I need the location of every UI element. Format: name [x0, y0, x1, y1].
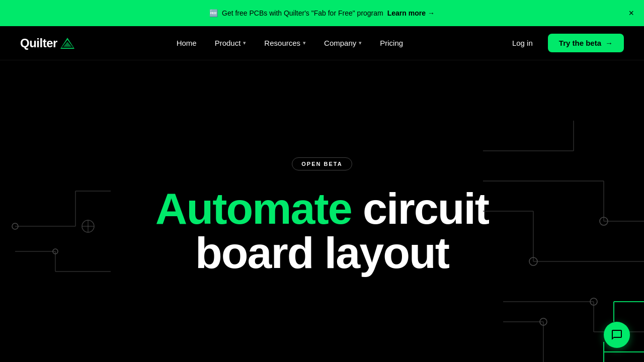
hero-heading: Automate circuit board layout [96, 187, 548, 275]
nav-resources[interactable]: Resources ▾ [257, 35, 313, 51]
chat-icon [611, 329, 623, 341]
try-beta-button[interactable]: Try the beta → [548, 34, 624, 52]
logo-icon [60, 38, 74, 49]
circuit-left-decoration [0, 151, 111, 302]
logo[interactable]: Quilter [20, 36, 74, 50]
hero-section: OPEN BETA Automate circuit board layout [0, 60, 644, 362]
nav-links: Home Product ▾ Resources ▾ Company ▾ Pri… [170, 35, 410, 51]
nav-product[interactable]: Product ▾ [208, 35, 254, 51]
nav-company[interactable]: Company ▾ [317, 35, 369, 51]
resources-chevron-icon: ▾ [303, 40, 306, 46]
banner-close-button[interactable]: × [628, 9, 634, 18]
nav-home[interactable]: Home [170, 35, 204, 51]
circuit-bottom-right-decoration [503, 261, 644, 362]
nav-pricing[interactable]: Pricing [373, 35, 410, 51]
banner-icon: 🆓 [209, 9, 218, 17]
nav-actions: Log in Try the beta → [505, 34, 624, 52]
banner-text: Get free PCBs with Quilter's "Fab for Fr… [222, 9, 383, 17]
learn-more-link[interactable]: Learn more → [387, 9, 435, 17]
open-beta-badge: OPEN BETA [292, 157, 352, 170]
main-nav: Quilter Home Product ▾ Resources ▾ Compa… [0, 26, 644, 60]
promo-banner: 🆓 Get free PCBs with Quilter's "Fab for … [0, 0, 644, 26]
logo-text: Quilter [20, 36, 57, 50]
login-button[interactable]: Log in [505, 35, 540, 51]
product-chevron-icon: ▾ [243, 40, 246, 46]
company-chevron-icon: ▾ [359, 40, 362, 46]
chat-button[interactable] [604, 322, 630, 348]
hero-heading-accent: Automate [155, 184, 352, 233]
